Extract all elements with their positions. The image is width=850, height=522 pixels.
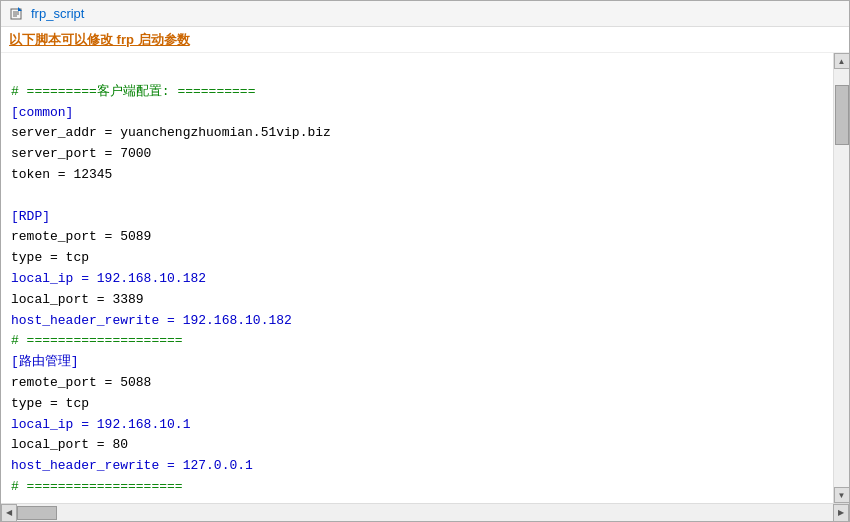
line-4: server_port = 7000 (11, 146, 151, 161)
subtitle-bar: 以下脚本可以修改 frp 启动参数 (1, 27, 849, 53)
subtitle-text: 以下脚本可以修改 frp 启动参数 (9, 31, 190, 49)
code-container[interactable]: # =========客户端配置: ========== [common] se… (1, 53, 833, 503)
main-window: frp_script 以下脚本可以修改 frp 启动参数 # =========… (0, 0, 850, 522)
line-20: # ==================== (11, 479, 183, 494)
scroll-thumb-v[interactable] (835, 85, 849, 145)
line-1: # =========客户端配置: ========== (11, 84, 255, 99)
line-3: server_addr = yuanchengzhuomian.51vip.bi… (11, 125, 331, 140)
scroll-down-button[interactable]: ▼ (834, 487, 850, 503)
line-19: host_header_rewrite = 127.0.0.1 (11, 458, 253, 473)
scroll-left-button[interactable]: ◀ (1, 504, 17, 522)
line-17: local_ip = 192.168.10.1 (11, 417, 190, 432)
line-10: local_ip = 192.168.10.182 (11, 271, 206, 286)
horizontal-scrollbar[interactable] (17, 504, 833, 521)
scroll-up-button[interactable]: ▲ (834, 53, 850, 69)
line-13: # ==================== (11, 333, 183, 348)
scroll-thumb-h[interactable] (17, 506, 57, 520)
bottom-bar: ◀ ▶ (1, 503, 849, 521)
line-8: remote_port = 5089 (11, 229, 151, 244)
line-2: [common] (11, 105, 73, 120)
line-5: token = 12345 (11, 167, 112, 182)
line-7: [RDP] (11, 209, 50, 224)
line-9: type = tcp (11, 250, 89, 265)
line-15: remote_port = 5088 (11, 375, 151, 390)
line-16: type = tcp (11, 396, 89, 411)
line-14: [路由管理] (11, 354, 79, 369)
content-area: # =========客户端配置: ========== [common] se… (1, 53, 849, 503)
title-bar: frp_script (1, 1, 849, 27)
scroll-right-button[interactable]: ▶ (833, 504, 849, 522)
code-block: # =========客户端配置: ========== [common] se… (11, 61, 823, 503)
line-12: host_header_rewrite = 192.168.10.182 (11, 313, 292, 328)
vertical-scrollbar: ▲ ▼ (833, 53, 849, 503)
script-icon (9, 6, 25, 22)
line-18: local_port = 80 (11, 437, 128, 452)
line-11: local_port = 3389 (11, 292, 144, 307)
window-title: frp_script (31, 6, 84, 21)
